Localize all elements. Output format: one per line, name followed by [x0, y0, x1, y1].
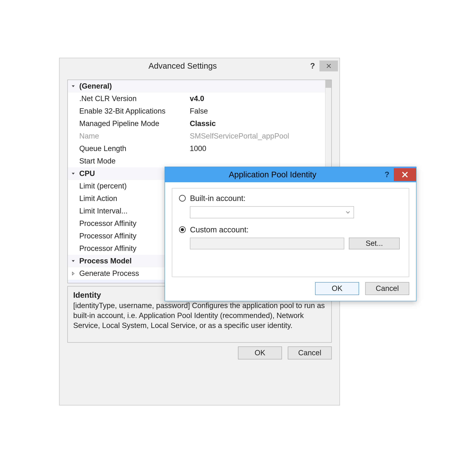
app-pool-identity-dialog: Application Pool Identity ? Built-in acc… — [165, 167, 416, 301]
prop-value: v4.0 — [188, 94, 325, 103]
collapse-icon — [68, 271, 79, 276]
help-button[interactable]: ? — [306, 58, 320, 74]
identity-titlebar: Application Pool Identity ? — [165, 167, 416, 182]
advanced-settings-title: Advanced Settings — [60, 61, 306, 71]
row-queue-length[interactable]: Queue Length 1000 — [68, 142, 325, 155]
expand-icon — [68, 259, 79, 263]
builtin-account-dropdown[interactable] — [190, 206, 354, 218]
ok-button[interactable]: OK — [315, 282, 359, 295]
expand-icon — [68, 84, 79, 88]
ok-button[interactable]: OK — [238, 347, 282, 359]
prop-label: Managed Pipeline Mode — [79, 119, 188, 128]
custom-account-option[interactable]: Custom account: — [179, 225, 402, 234]
row-start-mode[interactable]: Start Mode — [68, 155, 325, 167]
radio-unselected-icon — [179, 195, 186, 202]
identity-body: Built-in account: Custom account: Set... — [172, 188, 409, 277]
row-managed-pipeline[interactable]: Managed Pipeline Mode Classic — [68, 117, 325, 130]
cancel-button[interactable]: Cancel — [365, 282, 409, 295]
prop-value: SMSelfServicePortal_appPool — [188, 132, 325, 140]
row-enable-32bit[interactable]: Enable 32-Bit Applications False — [68, 105, 325, 117]
prop-label: Start Mode — [79, 157, 188, 165]
close-button[interactable] — [320, 61, 338, 71]
identity-buttons: OK Cancel — [165, 277, 416, 301]
advanced-settings-titlebar: Advanced Settings ? — [60, 58, 339, 74]
category-general[interactable]: (General) — [68, 80, 325, 92]
radio-selected-icon — [179, 226, 186, 233]
prop-label: Queue Length — [79, 144, 188, 153]
prop-label: .Net CLR Version — [79, 94, 188, 103]
prop-value: False — [188, 107, 325, 115]
close-icon — [326, 63, 331, 69]
prop-value: 1000 — [188, 144, 325, 153]
row-net-clr-version[interactable]: .Net CLR Version v4.0 — [68, 92, 325, 105]
help-button[interactable]: ? — [380, 167, 394, 182]
scrollbar-thumb[interactable] — [325, 80, 331, 88]
prop-label: Name — [79, 132, 188, 140]
expand-icon — [68, 171, 79, 176]
prop-label: Enable 32-Bit Applications — [79, 107, 188, 115]
identity-title: Application Pool Identity — [165, 170, 380, 179]
builtin-account-label: Built-in account: — [190, 194, 246, 203]
set-button[interactable]: Set... — [349, 238, 400, 249]
close-icon — [402, 171, 408, 178]
prop-value: Classic — [188, 119, 325, 128]
description-body: [identityType, username, password] Confi… — [73, 301, 326, 331]
custom-account-label: Custom account: — [190, 225, 248, 234]
custom-account-field[interactable] — [190, 238, 344, 249]
row-name: Name SMSelfServicePortal_appPool — [68, 130, 325, 142]
cancel-button[interactable]: Cancel — [288, 347, 332, 359]
chevron-down-icon — [345, 210, 350, 215]
builtin-account-option[interactable]: Built-in account: — [179, 194, 402, 203]
close-button[interactable] — [394, 168, 416, 181]
category-label: (General) — [79, 82, 188, 90]
advanced-settings-buttons: OK Cancel — [67, 345, 332, 359]
